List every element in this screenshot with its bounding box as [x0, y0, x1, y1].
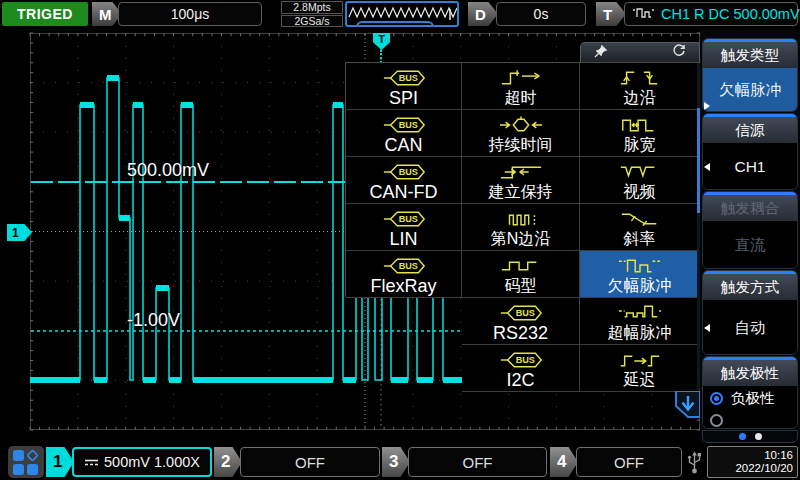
section-value-button[interactable]: 负极性 — [703, 386, 797, 429]
page-dots — [702, 430, 798, 443]
menu-item-RS232[interactable]: BUSRS232 — [462, 298, 580, 345]
menu-item-脉宽[interactable]: 脉宽 — [580, 110, 700, 157]
refresh-icon[interactable] — [671, 43, 687, 63]
menu-type-grid: 超时边沿持续时间脉宽建立保持视频第N边沿斜率码型欠幅脉冲BUSRS232超幅脉冲… — [462, 62, 700, 391]
menu-item-SPI[interactable]: BUSSPI — [346, 63, 462, 110]
menu-item-FlexRay[interactable]: BUSFlexRay — [346, 251, 462, 298]
menu-header — [580, 42, 700, 62]
section-title: 触发类型 — [703, 39, 797, 68]
menu-item-label: 超幅脉冲 — [608, 324, 672, 342]
section-title: 触发方式 — [703, 271, 797, 300]
sidebar-section-信源: 信源CH1 — [702, 113, 798, 190]
usb-icon — [686, 448, 703, 479]
delay-icon — [617, 350, 663, 370]
pin-icon[interactable] — [593, 43, 609, 63]
channel-1-setting[interactable]: 500mV 1.000X — [72, 447, 212, 477]
menu-item-label: CAN-FD — [370, 183, 438, 201]
menu-item-label: 持续时间 — [489, 136, 553, 154]
radio-icon[interactable] — [710, 414, 723, 427]
svg-text:BUS: BUS — [398, 73, 417, 83]
channel-4-setting[interactable]: OFF — [576, 447, 682, 477]
menu-item-label: 延迟 — [624, 371, 656, 389]
edge-icon — [617, 68, 663, 88]
timeout-icon — [498, 68, 544, 88]
radio-label: 负极性 — [731, 389, 775, 408]
sample-rate: 2GSa/s — [281, 15, 343, 28]
channel-value: OFF — [295, 454, 325, 471]
radio-option[interactable] — [703, 411, 797, 429]
menu-item-超幅脉冲[interactable]: 超幅脉冲 — [580, 298, 700, 345]
channel-bar: 10:16 2022/10/20 1500mV 1.000X2OFF3OFF4O… — [0, 444, 800, 480]
menu-item-label: 码型 — [505, 277, 537, 295]
svg-text:BUS: BUS — [398, 120, 417, 130]
svg-text:BUS: BUS — [398, 214, 417, 224]
section-title: 触发耦合 — [703, 192, 797, 221]
sidebar-section-触发类型: 触发类型欠幅脉冲 — [702, 38, 798, 112]
menu-item-CAN-FD[interactable]: BUSCAN-FD — [346, 157, 462, 204]
channel-2-setting[interactable]: OFF — [240, 447, 380, 477]
menu-item-label: FlexRay — [370, 277, 436, 295]
trigger-info[interactable]: CH1 R DC 500.00mV — [624, 2, 798, 26]
menu-item-建立保持[interactable]: 建立保持 — [462, 157, 580, 204]
menu-item-第N边沿[interactable]: 第N边沿 — [462, 204, 580, 251]
delay-value[interactable]: 0s — [496, 2, 586, 26]
menu-item-欠幅脉冲[interactable]: 欠幅脉冲 — [580, 251, 700, 298]
square-icon — [13, 450, 24, 461]
sidebar-section-触发极性: 触发极性负极性 — [702, 356, 798, 429]
timebase-value[interactable]: 100μs — [118, 2, 262, 26]
menu-item-视频[interactable]: 视频 — [580, 157, 700, 204]
channel-3-setting[interactable]: OFF — [408, 447, 547, 477]
bus-icon: BUS — [381, 209, 427, 229]
status-bar: TRIGED M 100μs 2.8Mpts 2GSa/s D 0s T CH1… — [0, 0, 800, 28]
trigger-settings-sidebar: 触发类型欠幅脉冲信源CH1触发耦合直流触发方式自动触发极性负极性 — [700, 30, 800, 443]
section-title: 触发极性 — [703, 357, 797, 386]
menu-item-label: 超时 — [505, 89, 537, 107]
channel-1-badge[interactable]: 1 — [46, 447, 74, 477]
menu-item-延迟[interactable]: 延迟 — [580, 345, 700, 392]
duration-icon — [498, 115, 544, 135]
channel-3-badge[interactable]: 3 — [382, 447, 410, 477]
menu-item-label: I2C — [506, 371, 534, 389]
menu-item-label: SPI — [389, 89, 418, 107]
menu-item-I2C[interactable]: BUSI2C — [462, 345, 580, 392]
section-value-button[interactable]: CH1 — [703, 143, 797, 190]
slope-icon — [617, 209, 663, 229]
bus-icon: BUS — [381, 162, 427, 182]
bus-icon: BUS — [498, 303, 544, 323]
menu-item-label: 边沿 — [624, 89, 656, 107]
section-value-button[interactable]: 自动 — [703, 300, 797, 355]
menu-item-码型[interactable]: 码型 — [462, 251, 580, 298]
delay-badge: D — [468, 2, 498, 26]
selected-arrow-icon — [704, 102, 710, 110]
channel-1-group: 1500mV 1.000X — [46, 447, 214, 477]
channel-2-badge[interactable]: 2 — [214, 447, 242, 477]
waveform-preview[interactable] — [345, 1, 459, 27]
pattern-icon — [498, 256, 544, 276]
menu-item-CAN[interactable]: BUSCAN — [346, 110, 462, 157]
section-value-button: 直流 — [703, 221, 797, 269]
menu-scroll-down-button[interactable] — [675, 391, 701, 419]
menu-item-label: CAN — [384, 136, 422, 154]
trigger-level-label: 500.00mV — [127, 160, 209, 181]
radio-option-负极性[interactable]: 负极性 — [703, 389, 797, 408]
menu-item-持续时间[interactable]: 持续时间 — [462, 110, 580, 157]
oscilloscope-screen: 500.00mV -1.00V 1 T BUSSPIBUSCANBUSCAN-F… — [0, 0, 800, 480]
menu-item-边沿[interactable]: 边沿 — [580, 63, 700, 110]
section-value-button[interactable]: 欠幅脉冲 — [703, 68, 797, 112]
menu-item-超时[interactable]: 超时 — [462, 63, 580, 110]
trigger-badge: T — [596, 2, 626, 26]
menu-item-斜率[interactable]: 斜率 — [580, 204, 700, 251]
overamp-icon — [617, 303, 663, 323]
nthedge-icon — [498, 209, 544, 229]
app-menu-button[interactable] — [8, 446, 44, 478]
menu-item-label: 欠幅脉冲 — [608, 277, 672, 295]
menu-item-LIN[interactable]: BUSLIN — [346, 204, 462, 251]
channel-4-badge[interactable]: 4 — [550, 447, 578, 477]
section-title: 信源 — [703, 114, 797, 143]
channel-4-group: 4OFF — [550, 447, 684, 477]
menu-item-label: 视频 — [624, 183, 656, 201]
radio-icon[interactable] — [710, 392, 723, 405]
bus-icon: BUS — [381, 68, 427, 88]
menu-item-label: 建立保持 — [489, 183, 553, 201]
square-icon — [27, 464, 38, 475]
